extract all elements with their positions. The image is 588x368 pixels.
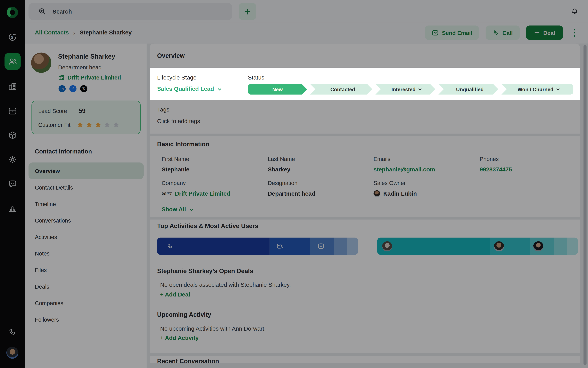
users-segment-4[interactable] <box>554 238 567 255</box>
status-stage-new[interactable]: New <box>248 84 307 94</box>
nav-item-overview[interactable]: Overview <box>28 162 144 179</box>
field-first-name: First Name Stephanie <box>162 156 263 173</box>
customer-fit-rating <box>77 121 120 128</box>
user-avatar <box>382 241 392 251</box>
status-stage-contacted[interactable]: Contacted <box>310 84 373 94</box>
activities-segment-calls[interactable] <box>157 238 270 255</box>
top-activities-bar[interactable] <box>157 238 358 255</box>
status-stage-won-churned[interactable]: Won / Churned <box>501 84 573 94</box>
status-label: Status <box>248 74 264 81</box>
nav-item-deals[interactable]: Deals <box>28 278 144 294</box>
user-avatar[interactable] <box>0 347 25 359</box>
reports-chart-icon[interactable] <box>0 204 25 213</box>
customer-fit-label: Customer Fit <box>38 122 70 128</box>
add-activity-link[interactable]: + Add Activity <box>160 335 199 341</box>
contact-designation: Department head <box>58 64 101 71</box>
activities-segment-meetings[interactable] <box>270 238 310 255</box>
chat-icon[interactable] <box>0 179 25 189</box>
show-all-toggle[interactable]: Show All <box>162 206 194 213</box>
upcoming-activity-empty-text: No upcoming Activities with Ann Dorwart. <box>160 325 266 332</box>
search-placeholder: Search <box>53 8 72 15</box>
tags-add-field[interactable]: Click to add tags <box>157 118 200 125</box>
nav-item-conversations[interactable]: Conversations <box>28 212 144 229</box>
app-window: $ <box>0 0 588 368</box>
users-segment-2[interactable] <box>490 238 530 255</box>
quick-add-button[interactable] <box>239 3 256 20</box>
field-phones: Phones 9928374475 <box>480 156 580 173</box>
plus-icon <box>534 30 540 36</box>
products-icon[interactable] <box>0 131 25 140</box>
activities-segment-emails[interactable] <box>310 238 334 255</box>
phone-link[interactable]: 9928374475 <box>480 166 580 173</box>
chevron-down-icon <box>217 87 222 92</box>
rail-item-contacts[interactable] <box>5 53 21 70</box>
contact-company-name: Drift Private Limited <box>68 74 121 81</box>
bars-divider <box>368 238 368 255</box>
field-last-name: Last Name Sharkey <box>268 156 369 173</box>
most-active-users-bar[interactable] <box>377 238 578 255</box>
open-deals-title: Stephanie Sharkey’s Open Deals <box>157 267 253 275</box>
chevron-down-icon <box>418 87 422 92</box>
upcoming-activity-title: Upcoming Activity <box>157 311 211 318</box>
linkedin-icon[interactable]: in <box>59 85 66 92</box>
facebook-icon[interactable]: f <box>69 85 77 92</box>
users-segment-1[interactable] <box>377 238 490 255</box>
recent-conversation-section: Recent Conversation <box>157 358 219 363</box>
scrollbar-thumb[interactable] <box>583 45 586 365</box>
plus-icon <box>244 8 251 15</box>
nav-item-files[interactable]: Files <box>28 262 144 278</box>
companies-icon[interactable] <box>0 82 25 91</box>
status-stage-interested[interactable]: Interested <box>375 84 436 94</box>
user-avatar <box>533 241 543 251</box>
nav-item-followers[interactable]: Followers <box>28 311 144 328</box>
lead-score-label: Lead Score <box>38 108 67 114</box>
search-icon <box>38 8 46 15</box>
chevron-down-icon <box>556 87 560 92</box>
breadcrumb: All Contacts › Stephanie Sharkey <box>35 29 132 36</box>
field-sales-owner: Sales Owner Kadin Lubin <box>374 180 475 197</box>
more-actions-kebab-icon[interactable] <box>571 26 578 40</box>
scrollbar-track[interactable] <box>580 44 588 368</box>
notifications-bell-icon[interactable] <box>571 8 578 15</box>
deal-label: Deal <box>543 29 555 36</box>
breadcrumb-all-contacts[interactable]: All Contacts <box>35 29 69 36</box>
phone-channel-icon[interactable] <box>0 328 25 337</box>
add-deal-link[interactable]: + Add Deal <box>160 291 190 298</box>
nav-item-companies[interactable]: Companies <box>28 294 144 311</box>
add-deal-button[interactable]: Deal <box>526 26 563 40</box>
field-company: Company DRIFT Drift Private Limited <box>162 180 263 197</box>
users-segment-3[interactable] <box>530 238 554 255</box>
contacts-icon <box>8 56 18 66</box>
search-input[interactable]: Search <box>28 3 232 20</box>
social-links: in f 𝕏 <box>59 85 88 92</box>
nav-item-notes[interactable]: Notes <box>28 245 144 262</box>
sales-cycle-icon[interactable]: $ <box>0 32 25 42</box>
call-button[interactable]: Call <box>486 26 520 40</box>
nav-item-timeline[interactable]: Timeline <box>28 196 144 212</box>
brand-logo-icon[interactable] <box>0 7 25 18</box>
email-link[interactable]: stephanie@gmail.com <box>374 166 475 173</box>
tags-section: Tags Click to add tags <box>157 106 200 125</box>
activities-segment-other-a[interactable] <box>334 238 347 255</box>
overview-title: Overview <box>157 52 185 59</box>
phone-icon <box>167 243 173 249</box>
lifecycle-stage-dropdown[interactable]: Sales Qualified Lead <box>157 86 222 92</box>
nav-item-contact-details[interactable]: Contact Details <box>28 179 144 195</box>
settings-gear-icon[interactable] <box>0 155 25 164</box>
chevron-down-icon <box>189 207 194 212</box>
contact-summary-panel: Stephanie Sharkey Department head Drift … <box>25 44 147 368</box>
users-segment-5[interactable] <box>567 238 578 255</box>
contact-avatar <box>31 53 51 73</box>
user-avatar <box>494 241 504 251</box>
field-designation: Designation Department head <box>268 180 369 197</box>
send-email-button[interactable]: Send Email <box>425 26 479 40</box>
x-twitter-icon[interactable]: 𝕏 <box>80 85 88 92</box>
contact-company-link[interactable]: Drift Private Limited <box>58 74 121 81</box>
status-stage-unqualified[interactable]: Unqualified <box>438 84 499 94</box>
calendar-icon[interactable] <box>0 106 25 115</box>
activities-segment-other-b[interactable] <box>347 238 358 255</box>
company-link[interactable]: Drift Private Limited <box>175 190 230 197</box>
nav-item-activities[interactable]: Activities <box>28 229 144 245</box>
chevron-right-icon: › <box>73 29 75 36</box>
sales-owner-avatar <box>374 190 380 197</box>
